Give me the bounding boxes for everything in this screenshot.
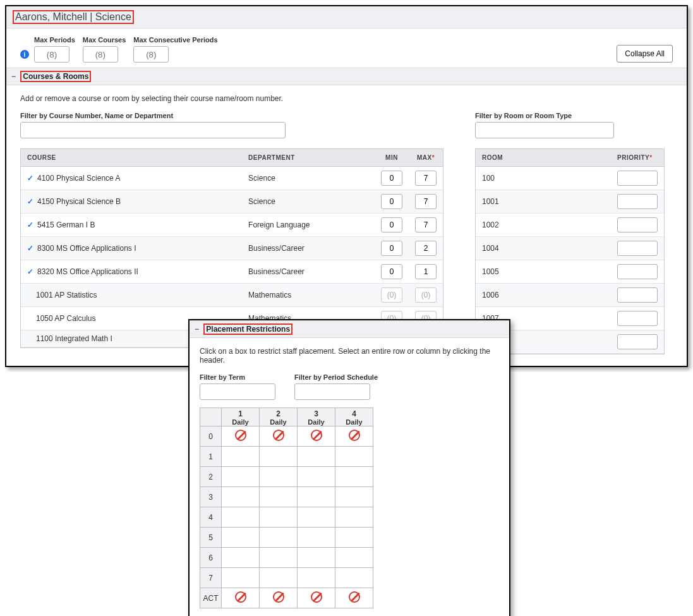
room-row[interactable]: 1005 (476, 260, 664, 284)
courses-table: Course Department Min Max* ✓4100 Physica… (20, 148, 443, 348)
min-placeholder[interactable]: (0) (381, 287, 402, 303)
priority-input[interactable] (617, 334, 658, 349)
max-input[interactable] (415, 264, 437, 279)
course-row[interactable]: ✓5415 German I BForeign Language (21, 214, 443, 237)
check-icon: ✓ (27, 174, 33, 183)
course-dept: Mathematics (242, 284, 375, 307)
max-periods-label: Max Periods (34, 36, 75, 44)
collapse-toggle-icon: − (195, 325, 199, 334)
priority-input[interactable] (617, 194, 658, 209)
filter-room-label: Filter by Room or Room Type (475, 112, 614, 119)
course-name: 8300 MS Office Applications I (37, 244, 136, 253)
filter-course-label: Filter by Course Number, Name or Departm… (20, 112, 286, 119)
course-name: 4150 Physical Science B (37, 197, 121, 206)
col-min[interactable]: Min (375, 149, 409, 167)
room-row[interactable]: 1002 (476, 214, 664, 237)
course-dept: Foreign Language (242, 214, 375, 237)
max-consecutive-label: Max Consecutive Periods (133, 36, 217, 44)
course-row[interactable]: ✓4150 Physical Science BScience (21, 190, 443, 214)
course-name: 8320 MS Office Applications II (37, 267, 138, 276)
collapse-all-button[interactable]: Collapse All (617, 45, 673, 63)
col-course[interactable]: Course (21, 149, 242, 167)
page-title: Aarons, Mitchell | Science (13, 10, 134, 24)
check-icon: ✓ (27, 220, 33, 229)
priority-input[interactable] (617, 264, 658, 279)
priority-input[interactable] (617, 311, 658, 326)
course-row[interactable]: ✓4100 Physical Science AScience (21, 167, 443, 190)
priority-input[interactable] (617, 217, 658, 233)
max-input[interactable] (415, 194, 437, 209)
max-placeholder[interactable]: (0) (415, 287, 437, 303)
course-dept: Business/Career (242, 237, 375, 260)
max-courses-input[interactable] (83, 46, 118, 63)
course-name: 1001 AP Statistics (36, 291, 97, 299)
max-input[interactable] (415, 241, 437, 256)
max-periods-input[interactable] (34, 46, 69, 63)
info-icon[interactable]: i (20, 50, 29, 59)
col-room[interactable]: Room (476, 149, 611, 167)
max-input[interactable] (415, 171, 437, 186)
placement-header[interactable]: − Placement Restrictions (190, 320, 509, 338)
course-row[interactable]: ✓8300 MS Office Applications IBusiness/C… (21, 237, 443, 260)
priority-input[interactable] (617, 171, 658, 186)
min-input[interactable] (381, 194, 402, 209)
min-input[interactable] (381, 264, 402, 279)
room-row[interactable]: 100 (476, 167, 664, 190)
min-input[interactable] (381, 241, 402, 256)
course-name: 1100 Integrated Math I (36, 334, 112, 343)
placement-title: Placement Restrictions (203, 323, 292, 335)
course-name: 5415 German I B (37, 220, 95, 229)
course-name: 1050 AP Calculus (36, 314, 96, 323)
room-name: 1004 (476, 237, 611, 260)
max-toolbar: i Max Periods Max Courses Max Consecutiv… (6, 28, 687, 68)
col-max[interactable]: Max* (409, 149, 443, 167)
placement-instruction: Click on a box to restrict staff placeme… (200, 347, 499, 365)
placement-panel: − Placement Restrictions Click on a box … (188, 319, 510, 372)
min-input[interactable] (381, 171, 402, 186)
course-dept: Science (242, 190, 375, 214)
min-input[interactable] (381, 217, 402, 233)
course-row[interactable]: ✓8320 MS Office Applications IIBusiness/… (21, 260, 443, 284)
priority-input[interactable] (617, 241, 658, 256)
max-consecutive-input[interactable] (133, 46, 169, 63)
room-row[interactable]: 1001 (476, 190, 664, 214)
room-row[interactable]: 1004 (476, 237, 664, 260)
course-row[interactable]: 1001 AP StatisticsMathematics(0)(0) (21, 284, 443, 307)
check-icon: ✓ (27, 267, 33, 276)
filter-course-input[interactable] (20, 122, 286, 138)
course-dept: Science (242, 167, 375, 190)
course-name: 4100 Physical Science A (37, 174, 120, 183)
room-name: 1006 (476, 284, 611, 307)
filter-room-input[interactable] (475, 122, 614, 138)
priority-input[interactable] (617, 287, 658, 303)
col-department[interactable]: Department (242, 149, 375, 167)
room-name: 1005 (476, 260, 611, 284)
room-name: 1001 (476, 190, 611, 214)
max-courses-label: Max Courses (83, 36, 126, 44)
col-priority[interactable]: Priority* (611, 149, 664, 167)
courses-rooms-title: Courses & Rooms (20, 71, 91, 82)
title-bar: Aarons, Mitchell | Science (6, 6, 687, 28)
courses-rooms-header[interactable]: − Courses & Rooms (6, 68, 687, 85)
room-row[interactable]: 1006 (476, 284, 664, 307)
check-icon: ✓ (27, 197, 33, 206)
courses-rooms-instruction: Add or remove a course or room by select… (20, 94, 673, 103)
room-name: 100 (476, 167, 611, 190)
course-dept: Business/Career (242, 260, 375, 284)
max-input[interactable] (415, 217, 437, 233)
collapse-toggle-icon: − (11, 72, 16, 81)
main-panel: Aarons, Mitchell | Science i Max Periods… (5, 5, 688, 367)
room-name: 1002 (476, 214, 611, 237)
check-icon: ✓ (27, 244, 33, 253)
